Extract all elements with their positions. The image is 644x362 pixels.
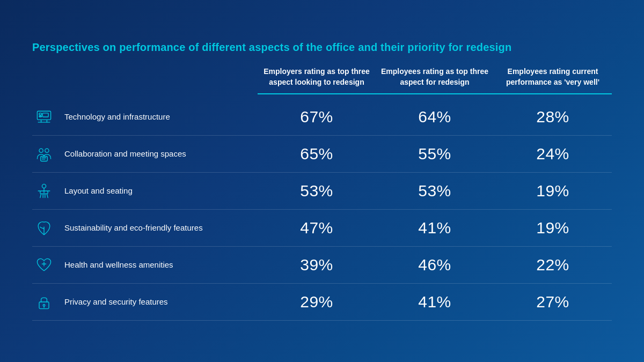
table-row: Technology and infrastructure 67% 64% 28… — [32, 99, 612, 136]
data-cell: 24% — [494, 145, 612, 163]
row-label: Technology and infrastructure — [32, 105, 258, 129]
data-cell: 64% — [376, 108, 494, 126]
svg-rect-2 — [39, 116, 42, 117]
svg-point-12 — [42, 184, 46, 188]
row-label: Layout and seating — [32, 179, 258, 203]
row-label: Collaboration and meeting spaces — [32, 142, 258, 166]
row-label: Privacy and security features — [32, 290, 258, 314]
svg-rect-0 — [37, 111, 50, 120]
data-cell: 41% — [376, 219, 494, 237]
data-cell: 19% — [494, 219, 612, 237]
table-header: Employers rating as top three aspect loo… — [32, 67, 612, 94]
privacy-icon — [32, 290, 56, 314]
data-cell: 55% — [376, 145, 494, 163]
svg-rect-3 — [42, 113, 48, 116]
table-row: Collaboration and meeting spaces 65% 55%… — [32, 136, 612, 173]
data-cell: 28% — [494, 108, 612, 126]
svg-point-7 — [39, 149, 43, 152]
collaboration-icon — [32, 142, 56, 166]
table-row: Privacy and security features 29% 41% 27… — [32, 284, 612, 321]
data-cell: 29% — [258, 293, 376, 311]
svg-line-15 — [40, 194, 41, 197]
row-label: Health and wellness amenities — [32, 253, 258, 277]
header-col1 — [32, 67, 258, 94]
header-col3: Employees rating as top three aspect for… — [376, 67, 494, 94]
svg-rect-9 — [41, 156, 48, 161]
health-icon — [32, 253, 56, 277]
data-cell: 46% — [376, 256, 494, 274]
data-cell: 19% — [494, 182, 612, 200]
data-cell: 39% — [258, 256, 376, 274]
main-title: Perspectives on performance of different… — [32, 41, 612, 54]
data-table: Employers rating as top three aspect loo… — [32, 67, 612, 320]
data-cell: 53% — [258, 182, 376, 200]
table-row: Layout and seating 53% 53% 19% — [32, 173, 612, 210]
header-col2: Employers rating as top three aspect loo… — [258, 67, 376, 94]
svg-point-8 — [45, 149, 49, 152]
header-col4: Employees rating current performance as … — [494, 67, 612, 94]
data-cell: 22% — [494, 256, 612, 274]
main-container: Perspectives on performance of different… — [16, 31, 628, 331]
technology-icon — [32, 105, 56, 129]
layout-icon — [32, 179, 56, 203]
data-cell: 27% — [494, 293, 612, 311]
svg-rect-1 — [39, 113, 42, 115]
table-row: Sustainability and eco-friendly features… — [32, 210, 612, 247]
svg-line-16 — [47, 194, 48, 197]
data-cell: 53% — [376, 182, 494, 200]
data-cell: 41% — [376, 293, 494, 311]
data-cell: 65% — [258, 145, 376, 163]
data-cell: 47% — [258, 219, 376, 237]
table-row: Health and wellness amenities 39% 46% 22… — [32, 247, 612, 284]
data-cell: 67% — [258, 108, 376, 126]
sustainability-icon — [32, 216, 56, 240]
row-label: Sustainability and eco-friendly features — [32, 216, 258, 240]
